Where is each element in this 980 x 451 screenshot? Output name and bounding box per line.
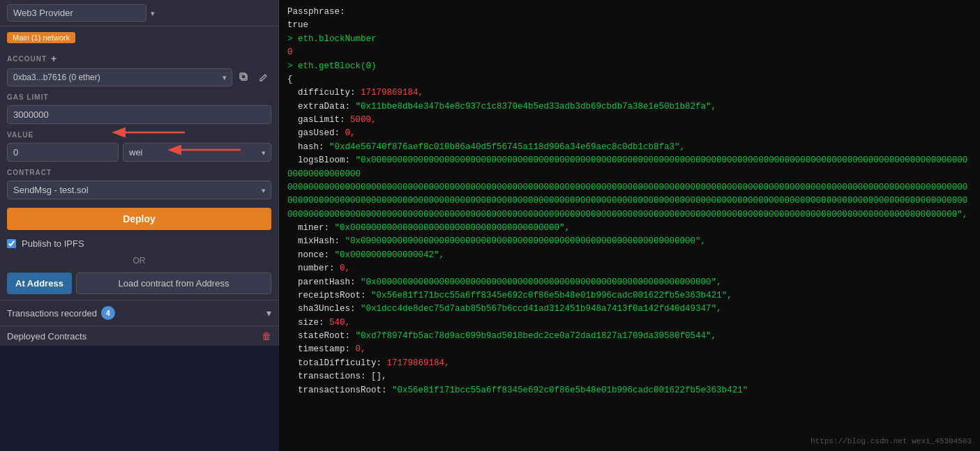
terminal-line: transactionsRoot: "0x56e81f171bcc55a6ff8… [287, 384, 972, 397]
provider-select-wrapper: Web3 Provider JavaScript VM Injected Web… [7, 4, 160, 22]
contract-select-wrapper: SendMsg - test.sol [7, 181, 271, 199]
terminal-line: miner: "0x000000000000000000000000000000… [287, 222, 972, 235]
publish-label: Publish to IPFS [22, 238, 84, 249]
terminal-line: Passphrase: [287, 6, 972, 19]
transactions-row: Transactions recorded 4 ▾ [0, 300, 278, 326]
account-row: 0xba3...b7616 (0 ether) [0, 66, 278, 89]
svg-rect-0 [241, 75, 247, 80]
terminal-line: nonce: "0x0000000000000042", [287, 249, 972, 262]
load-contract-button[interactable]: Load contract from Address [76, 273, 271, 294]
deployed-contracts-label: Deployed Contracts [7, 331, 86, 342]
terminal-line: extraData: "0x11bbe8db4e347b4e8c937c1c83… [287, 100, 972, 114]
account-section-label: ACCOUNT + [0, 49, 278, 66]
terminal-line: 0 [287, 46, 972, 59]
copy-account-button[interactable] [236, 71, 252, 84]
terminal-line: timestamp: 0, [287, 343, 972, 356]
at-address-row: At Address Load contract from Address [0, 270, 278, 297]
value-input[interactable] [7, 143, 119, 162]
terminal-line: true [287, 19, 972, 32]
terminal-line: gasLimit: 5000, [287, 114, 972, 127]
unit-select-wrapper: wei gwei finney ether [123, 143, 271, 162]
account-select-wrapper: 0xba3...b7616 (0 ether) [7, 68, 232, 86]
network-badge: Main (1) network [7, 32, 75, 43]
transactions-chevron-icon[interactable]: ▾ [266, 307, 271, 319]
terminal-line: hash: "0xd4e56740f876aef8c010b86a40d5f56… [287, 141, 972, 154]
or-divider: OR [0, 252, 278, 270]
deployed-contracts-row: Deployed Contracts 🗑 [0, 326, 278, 346]
transactions-label: Transactions recorded [7, 308, 97, 319]
watermark: https://blog.csdn.net wexi_45304503 [811, 437, 972, 445]
terminal-line: 0000000000000000000000000000000000000000… [287, 181, 972, 194]
terminal-line: mixHash: "0x0000000000000000000000000000… [287, 235, 972, 248]
value-label: VALUE [0, 127, 278, 140]
terminal-line: totalDifficulty: 17179869184, [287, 357, 972, 370]
transactions-badge: 4 [101, 306, 115, 320]
at-address-button[interactable]: At Address [7, 273, 72, 294]
publish-row: Publish to IPFS [0, 236, 278, 252]
provider-row: Web3 Provider JavaScript VM Injected Web… [0, 0, 278, 26]
edit-account-button[interactable] [256, 71, 271, 84]
terminal-line: difficulty: 17179869184, [287, 86, 972, 100]
gas-limit-input[interactable] [7, 105, 271, 124]
contract-select-group: SendMsg - test.sol [0, 178, 278, 202]
gas-limit-label: GAS LIMIT [0, 89, 278, 102]
deploy-button[interactable]: Deploy [7, 208, 271, 230]
terminal-line: > eth.getBlock(0) [287, 60, 972, 73]
terminal-panel: Passphrase: true > eth.blockNumber 0 > e… [279, 0, 980, 451]
terminal-line: size: 540, [287, 316, 972, 330]
terminal-line: > eth.blockNumber [287, 33, 972, 46]
terminal-line: 0000000000000000000000000000000000000000… [287, 208, 972, 222]
terminal-line: receiptsRoot: "0x56e81f171bcc55a6ff8345e… [287, 289, 972, 303]
terminal-line: { [287, 73, 972, 86]
terminal-line: logsBloom: "0x00000000000000000000000000… [287, 154, 972, 181]
value-row: wei gwei finney ether [0, 140, 278, 165]
terminal-line: sha3Uncles: "0x1dcc4de8dec75d7aab85b567b… [287, 303, 972, 316]
contract-label: CONTRACT [0, 165, 278, 178]
publish-checkbox[interactable] [7, 239, 16, 248]
terminal-line: gasUsed: 0, [287, 127, 972, 140]
terminal-line: number: 0, [287, 262, 972, 275]
left-panel: Web3 Provider JavaScript VM Injected Web… [0, 0, 279, 346]
add-account-icon[interactable]: + [51, 53, 57, 64]
svg-rect-1 [240, 73, 246, 79]
terminal-line: parentHash: "0x0000000000000000000000000… [287, 276, 972, 289]
terminal-line: stateRoot: "0xd7f8974fb5ac78d9ac099b9ad5… [287, 330, 972, 343]
account-select[interactable]: 0xba3...b7616 (0 ether) [7, 68, 232, 86]
contract-select[interactable]: SendMsg - test.sol [7, 181, 271, 199]
provider-select[interactable]: Web3 Provider JavaScript VM Injected Web… [7, 4, 146, 22]
delete-contracts-icon[interactable]: 🗑 [262, 330, 271, 342]
terminal-line: 0000000000000000000000000000000000000000… [287, 194, 972, 208]
gas-limit-field-group [0, 102, 278, 127]
terminal-line: transactions: [], [287, 370, 972, 383]
unit-select[interactable]: wei gwei finney ether [123, 143, 271, 162]
